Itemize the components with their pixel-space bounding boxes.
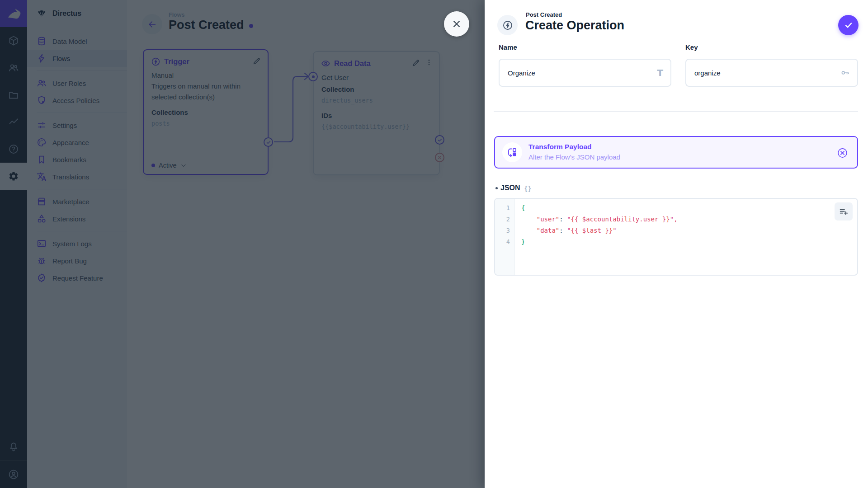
json-field-header: JSON {} — [495, 184, 532, 192]
drawer-close-button[interactable] — [444, 11, 469, 37]
code-line: } — [521, 236, 857, 248]
code-line: "data": "{{ $last }}" — [521, 225, 857, 236]
json-code-editor[interactable]: 1 2 3 4 { "user": "{{ $accountability.us… — [494, 198, 858, 276]
operation-type-subtitle: Alter the Flow's JSON payload — [528, 153, 620, 161]
line-number: 2 — [495, 214, 514, 225]
line-number: 3 — [495, 225, 514, 236]
section-divider — [494, 111, 858, 112]
key-field[interactable] — [685, 59, 858, 87]
json-label: JSON — [500, 184, 520, 192]
drawer-title: Create Operation — [525, 19, 624, 33]
line-number-gutter: 1 2 3 4 — [495, 199, 515, 275]
name-input[interactable] — [500, 69, 657, 77]
title-T-icon: T — [657, 68, 663, 77]
code-line: "user": "{{ $accountability.user }}", — [521, 214, 857, 225]
operation-type-title: Transform Payload — [528, 143, 592, 151]
operation-bolt-circle-icon — [497, 15, 518, 35]
insert-field-button[interactable] — [835, 202, 853, 221]
name-field[interactable]: T — [499, 59, 671, 87]
line-number: 1 — [495, 202, 514, 214]
save-button[interactable] — [838, 15, 859, 35]
playlist-add-icon — [839, 206, 849, 216]
edited-dot — [495, 187, 498, 189]
create-operation-drawer: Post Created Create Operation Name T Key… — [485, 0, 868, 488]
drawer-breadcrumb[interactable]: Post Created — [526, 11, 562, 18]
key-label: Key — [685, 43, 698, 51]
transform-payload-icon — [502, 142, 522, 162]
line-number: 4 — [495, 236, 514, 248]
name-label: Name — [499, 43, 517, 51]
code-area[interactable]: { "user": "{{ $accountability.user }}", … — [515, 199, 857, 275]
braces-icon[interactable]: {} — [525, 184, 532, 192]
key-input[interactable] — [686, 69, 840, 77]
modal-dim-overlay[interactable] — [0, 0, 485, 488]
deselect-operation-icon[interactable] — [837, 147, 848, 159]
key-icon — [840, 68, 850, 78]
check-icon — [844, 20, 854, 30]
close-icon — [452, 19, 462, 29]
operation-type-card[interactable]: Transform Payload Alter the Flow's JSON … — [494, 136, 858, 169]
code-line: { — [521, 202, 857, 214]
